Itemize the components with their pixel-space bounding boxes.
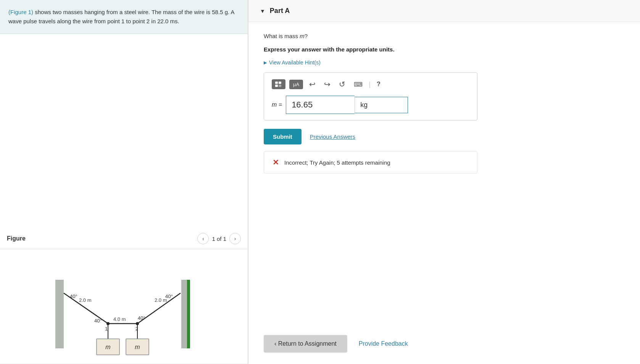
mu-button[interactable]: μA [289,80,303,89]
incorrect-icon: ✕ [272,158,279,167]
question-text: What is mass m? [264,33,625,39]
figure-area: Figure ‹ 1 of 1 › [0,34,248,364]
left-panel: (Figure 1) shows two masses hanging from… [0,0,248,364]
view-hints-link[interactable]: ▶ View Available Hint(s) [264,59,625,66]
feedback-text: Incorrect; Try Again; 5 attempts remaini… [284,159,390,166]
toolbar-sep: | [369,80,371,88]
input-row: m = [272,96,469,114]
submit-button[interactable]: Submit [264,129,301,144]
right-panel: ▼ Part A What is mass m? Express your an… [248,0,640,364]
hint-arrow-icon: ▶ [264,60,267,65]
left-mass-label: m [105,344,110,350]
answer-box: μA ↩ ↪ ↺ ⌨ | ? m = [264,72,477,120]
collapse-icon[interactable]: ▼ [260,8,265,14]
refresh-button[interactable]: ↺ [337,79,348,90]
help-button[interactable]: ? [374,80,383,89]
return-to-assignment-button[interactable]: ‹ Return to Assignment [264,335,347,353]
part-header: ▼ Part A [248,0,640,22]
instructions: Express your answer with the appropriate… [264,46,625,53]
left-wall [55,280,64,348]
figure-next-button[interactable]: › [229,233,241,244]
right-wall-green [187,280,190,348]
length-left-upper: 2.0 m [79,297,92,303]
matrix-icon [275,81,282,87]
figure-svg: m m 40° 40° 40° 40° 2.0 m 2.0 m 4 [52,257,197,356]
point1-label: 1 [105,326,108,332]
undo-button[interactable]: ↩ [307,79,318,90]
figure-diagram: m m 40° 40° 40° 40° 2.0 m 2.0 m 4 [0,249,248,364]
svg-rect-3 [279,85,281,87]
part-content: What is mass m? Express your answer with… [248,22,640,184]
hint-link-label: View Available Hint(s) [269,59,321,66]
figure-link[interactable]: (Figure 1) [8,9,33,15]
point2-label: 2 [135,326,138,332]
unit-input[interactable] [355,97,408,113]
svg-rect-1 [279,82,281,84]
submit-row: Submit Previous Answers [264,129,625,144]
input-label: m = [272,101,282,108]
right-mass-label: m [135,344,140,350]
toolbar: μA ↩ ↪ ↺ ⌨ | ? [272,79,469,90]
svg-rect-2 [275,85,278,87]
provide-feedback-link[interactable]: Provide Feedback [359,340,408,347]
matrix-button[interactable] [272,79,285,89]
length-right-upper: 2.0 m [155,297,167,303]
value-input[interactable] [286,96,355,114]
redo-button[interactable]: ↪ [322,79,333,90]
angle-point2-label: 40° [138,315,145,321]
figure-header: Figure ‹ 1 of 1 › [0,228,248,249]
angle-point1-label: 40° [94,318,102,324]
mu-label: μA [293,82,299,87]
figure-prev-button[interactable]: ‹ [197,233,209,244]
figure-count: 1 of 1 [212,236,226,242]
angle-left-label: 40° [70,293,77,299]
problem-body: shows two masses hanging from a steel wi… [8,9,234,24]
keyboard-button[interactable]: ⌨ [351,80,365,89]
feedback-box: ✕ Incorrect; Try Again; 5 attempts remai… [264,151,477,173]
figure-title: Figure [7,235,26,242]
bottom-buttons: ‹ Return to Assignment Provide Feedback [248,324,640,364]
length-horizontal: 4.0 m [113,316,126,322]
part-title: Part A [270,7,290,15]
problem-text-box: (Figure 1) shows two masses hanging from… [0,0,248,34]
previous-answers-link[interactable]: Previous Answers [310,133,355,140]
figure-nav: ‹ 1 of 1 › [197,233,241,244]
svg-rect-0 [275,82,278,84]
